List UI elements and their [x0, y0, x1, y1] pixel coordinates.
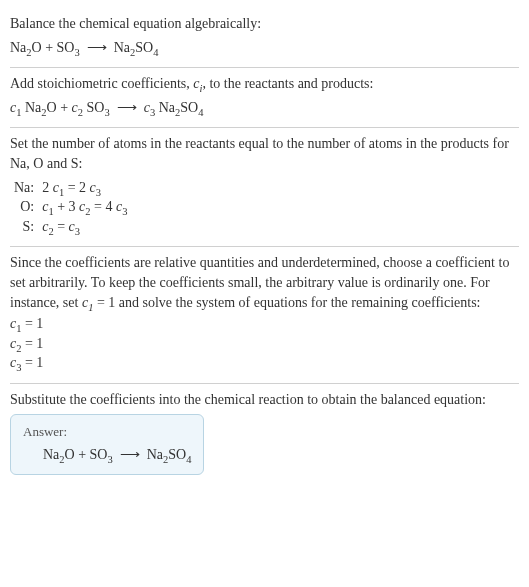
coeff-equation: c1 Na2O + c2 SO3 ⟶ c3 Na2SO4	[10, 98, 519, 118]
element-label: S:	[10, 217, 38, 237]
balanced-equation: Na2O + SO3 ⟶ Na2SO4	[23, 445, 191, 465]
balance-eq: c2 = c3	[38, 217, 131, 237]
table-row: Na: 2 c1 = 2 c3	[10, 178, 131, 198]
balance-eq: c1 + 3 c2 = 4 c3	[38, 197, 131, 217]
add-coeffs-title: Add stoichiometric coefficients, ci, to …	[10, 74, 519, 94]
coefficient-values: c1 = 1 c2 = 1 c3 = 1	[10, 314, 519, 373]
section-solve: Since the coefficients are relative quan…	[10, 247, 519, 384]
unbalanced-equation: Na2O + SO3 ⟶ Na2SO4	[10, 38, 519, 58]
answer-title: Substitute the coefficients into the che…	[10, 390, 519, 410]
section-answer: Substitute the coefficients into the che…	[10, 384, 519, 485]
problem-title: Balance the chemical equation algebraica…	[10, 14, 519, 34]
coeff-c1: c1 = 1	[10, 314, 519, 334]
answer-label: Answer:	[23, 423, 191, 441]
table-row: O: c1 + 3 c2 = 4 c3	[10, 197, 131, 217]
text-part: Add stoichiometric coefficients,	[10, 76, 193, 91]
c1-var: c1	[82, 295, 93, 310]
table-row: S: c2 = c3	[10, 217, 131, 237]
element-label: Na:	[10, 178, 38, 198]
coeff-c2: c2 = 1	[10, 334, 519, 354]
section-atom-balance: Set the number of atoms in the reactants…	[10, 128, 519, 247]
balance-table: Na: 2 c1 = 2 c3 O: c1 + 3 c2 = 4 c3 S: c…	[10, 178, 131, 237]
section-problem: Balance the chemical equation algebraica…	[10, 8, 519, 68]
balance-eq: 2 c1 = 2 c3	[38, 178, 131, 198]
solve-title: Since the coefficients are relative quan…	[10, 253, 519, 312]
value: = 1	[21, 316, 43, 331]
value: = 1	[21, 355, 43, 370]
answer-box: Answer: Na2O + SO3 ⟶ Na2SO4	[10, 414, 204, 476]
text-part: = 1 and solve the system of equations fo…	[93, 295, 480, 310]
section-add-coeffs: Add stoichiometric coefficients, ci, to …	[10, 68, 519, 128]
text-part: , to the reactants and products:	[202, 76, 373, 91]
value: = 1	[21, 336, 43, 351]
coeff-c3: c3 = 1	[10, 353, 519, 373]
atom-balance-title: Set the number of atoms in the reactants…	[10, 134, 519, 173]
element-label: O:	[10, 197, 38, 217]
